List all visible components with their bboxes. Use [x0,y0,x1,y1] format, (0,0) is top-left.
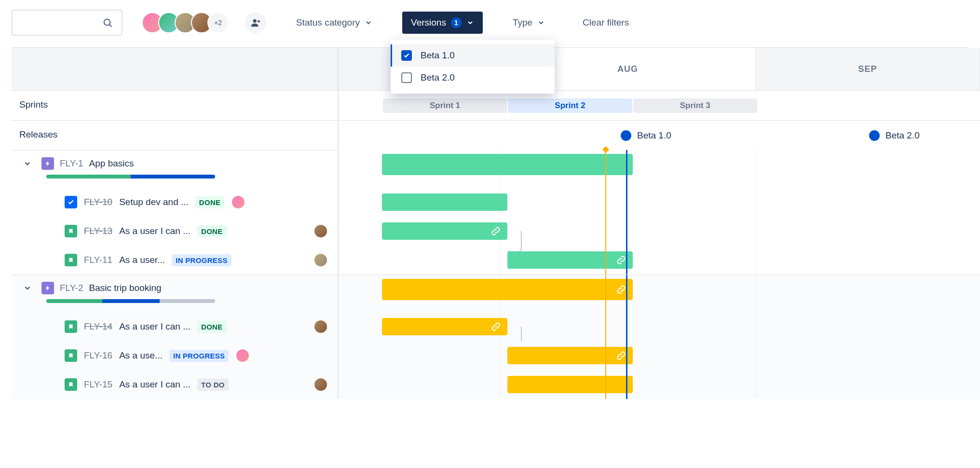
option-label: Beta 2.0 [421,72,455,83]
release-marker[interactable]: Beta 2.0 [869,130,920,141]
story-row[interactable]: FLY-14 As a user I can ... DONE [12,312,339,341]
search-input[interactable] [12,10,122,36]
issue-title: As a use... [119,350,163,361]
chevron-down-icon[interactable] [23,284,32,292]
epic-timeline-cell [339,150,980,188]
gantt-bar[interactable] [382,279,633,300]
story-icon [65,254,77,266]
status-badge: TO DO [197,379,229,391]
release-marker[interactable]: Beta 1.0 [621,130,671,141]
issue-title: Setup dev and ... [119,197,189,207]
assignee-avatar[interactable] [235,348,250,363]
gantt-bar[interactable] [507,376,633,393]
story-row[interactable]: FLY-16 As a use... IN PROGRESS [12,341,339,370]
assignee-avatar[interactable] [231,195,245,209]
story-icon [65,349,77,362]
dropdown-option[interactable]: Beta 2.0 [391,67,555,89]
checkbox-unchecked-icon [401,72,412,83]
filter-label: Versions [411,17,446,28]
task-icon [65,196,77,208]
release-line [626,150,627,188]
story-timeline-cell [339,312,980,341]
chevron-down-icon[interactable] [23,159,32,168]
story-row[interactable]: FLY-11 As a user... IN PROGRESS [12,246,339,275]
versions-filter[interactable]: Versions 1 [402,12,483,34]
sprint-pill[interactable]: Sprint 2 [508,98,632,113]
issue-title: As a user I can ... [119,226,191,236]
epic-row[interactable]: FLY-1 App basics [12,150,339,188]
checkbox-checked-icon [401,50,412,61]
dropdown-option[interactable]: Beta 1.0 [391,44,555,67]
story-timeline-cell [339,370,980,399]
sprint-pill[interactable]: Sprint 1 [383,98,507,113]
assignee-avatar[interactable] [313,224,328,238]
gantt-bar[interactable] [382,222,507,240]
story-row[interactable]: FLY-13 As a user I can ... DONE [12,217,339,246]
story-icon [65,225,77,237]
filter-label: Status category [296,17,360,28]
gantt-bar[interactable] [382,154,633,175]
assignee-avatar[interactable] [313,253,328,267]
status-badge: DONE [197,321,227,333]
link-icon [491,226,501,236]
option-label: Beta 1.0 [421,50,455,61]
assignee-avatars[interactable]: +2 [142,12,229,33]
issue-title: App basics [89,158,134,169]
epic-icon [41,282,54,294]
link-icon [491,322,501,331]
type-filter[interactable]: Type [504,12,554,34]
status-badge: IN PROGRESS [172,254,231,266]
search-icon [102,17,113,28]
issue-key: FLY-1 [60,158,83,169]
release-dot-icon [621,130,631,141]
epic-progress [46,299,215,303]
chevron-down-icon [537,19,545,27]
filter-count-badge: 1 [451,17,462,28]
issue-title: Basic trip booking [89,283,162,293]
issue-key: FLY-2 [60,283,83,293]
link-icon [616,351,626,360]
status-badge: IN PROGRESS [169,350,229,362]
release-dot-icon [869,130,880,141]
gantt-bar[interactable] [507,251,633,269]
svg-line-1 [109,25,111,27]
svg-point-2 [253,19,257,23]
gantt-bar[interactable] [382,318,507,335]
versions-dropdown: Beta 1.0 Beta 2.0 [391,40,555,94]
month-column: SEP [756,48,980,90]
link-icon [616,255,626,265]
avatar-overflow[interactable]: +2 [207,12,229,33]
release-label: Beta 1.0 [637,130,671,141]
story-row[interactable]: FLY-10 Setup dev and ... DONE [12,188,339,217]
link-icon [616,285,626,294]
status-badge: DONE [195,196,225,208]
story-icon [65,320,77,333]
filter-label: Type [513,17,532,28]
epic-progress [46,175,215,179]
story-timeline-cell [339,246,980,275]
issue-key: FLY-15 [84,379,112,390]
epic-icon [41,157,54,170]
story-timeline-cell [339,188,980,217]
sprints-row-label: Sprints [12,90,339,120]
gantt-bar[interactable] [382,193,507,211]
story-row[interactable]: FLY-15 As a user I can ... TO DO [12,370,339,399]
sprints-timeline-row: Sprint 1 Sprint 2 Sprint 3 [339,90,980,120]
add-person-icon [250,17,261,28]
epic-row[interactable]: FLY-2 Basic trip booking [12,275,339,312]
status-badge: DONE [197,225,227,237]
svg-point-0 [104,19,110,26]
status-category-filter[interactable]: Status category [287,12,381,34]
issue-title: As a user... [119,255,165,265]
issue-key: FLY-13 [84,226,112,236]
clear-filters-button[interactable]: Clear filters [583,17,629,28]
sprint-pill[interactable]: Sprint 3 [633,98,757,113]
gantt-bar[interactable] [507,347,633,364]
add-person-button[interactable] [245,12,266,33]
assignee-avatar[interactable] [313,319,328,334]
issue-key: FLY-11 [84,255,112,265]
issue-key: FLY-14 [84,321,112,332]
assignee-avatar[interactable] [313,377,328,392]
story-timeline-cell [339,341,980,370]
issue-title: As a user I can ... [119,379,191,390]
